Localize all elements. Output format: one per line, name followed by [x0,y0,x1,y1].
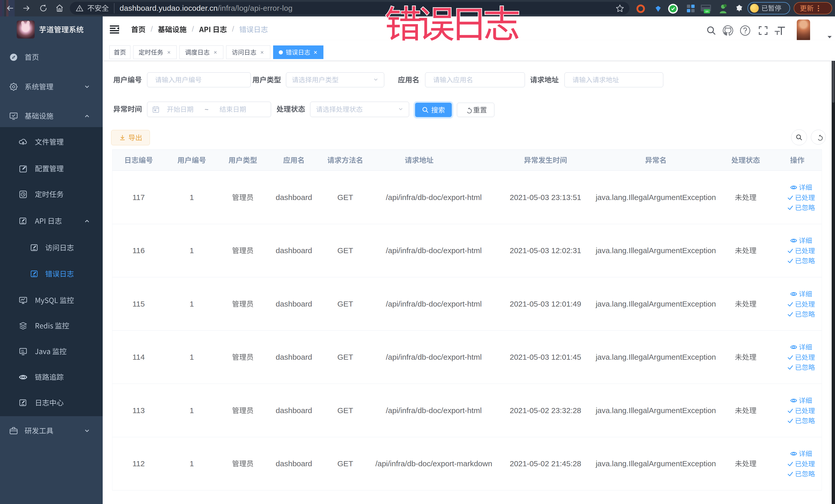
svg-text:on: on [705,10,709,13]
